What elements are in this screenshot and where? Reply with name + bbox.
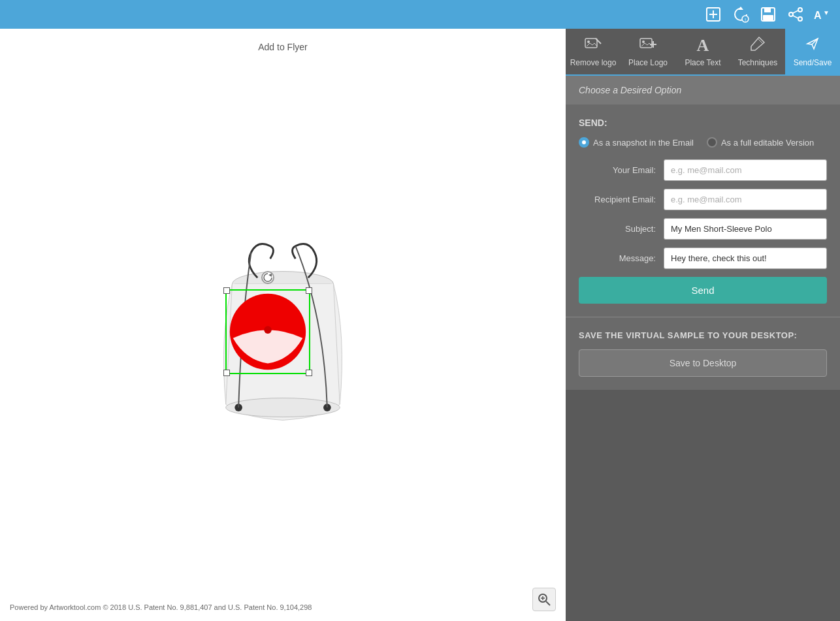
canvas-content — [185, 29, 381, 621]
recipient-email-input[interactable] — [664, 189, 827, 210]
choose-option-header: Choose a Desired Option — [566, 76, 840, 104]
place-text-icon: A — [697, 36, 709, 56]
send-radio-group: As a snapshot in the Email As a full edi… — [579, 137, 827, 148]
main-layout: Add to Flyer — [0, 29, 840, 621]
toolbar: Remove logo Place Logo A Place Text — [566, 29, 840, 76]
tab-remove-logo[interactable]: Remove logo — [566, 29, 621, 74]
footer-text: Powered by Artworktool.com © 2018 U.S. P… — [10, 603, 312, 611]
options-icon[interactable]: A ▼ — [813, 4, 833, 25]
tab-place-text-label: Place Text — [685, 58, 720, 67]
send-label: SEND: — [579, 118, 827, 128]
bag-container — [185, 221, 381, 430]
radio-editable-btn[interactable] — [707, 137, 717, 148]
svg-line-28 — [546, 601, 550, 605]
save-icon[interactable] — [758, 4, 779, 25]
tab-send-save-label: Send/Save — [794, 58, 832, 67]
rotate-handle[interactable] — [261, 271, 274, 284]
zoom-button[interactable] — [532, 588, 556, 611]
message-row: Message: — [579, 247, 827, 269]
svg-line-12 — [793, 10, 798, 13]
svg-rect-8 — [763, 15, 773, 20]
svg-point-32 — [587, 40, 590, 43]
svg-line-33 — [596, 39, 601, 44]
place-logo-icon — [639, 36, 657, 56]
corner-tr-handle[interactable] — [306, 287, 312, 294]
your-email-label: Your Email: — [579, 165, 664, 175]
refresh-icon[interactable]: ! — [730, 4, 751, 25]
radio-snapshot-btn[interactable] — [579, 137, 589, 148]
tab-place-logo-label: Place Logo — [628, 58, 668, 67]
svg-text:!: ! — [745, 17, 746, 23]
svg-point-26 — [264, 326, 272, 334]
tab-place-text[interactable]: A Place Text — [675, 29, 730, 74]
techniques-icon — [750, 36, 766, 56]
corner-br-handle[interactable] — [306, 370, 312, 376]
remove-logo-icon — [584, 36, 602, 56]
message-label: Message: — [579, 253, 664, 263]
share-icon[interactable] — [785, 4, 806, 25]
tab-remove-logo-label: Remove logo — [570, 58, 617, 67]
svg-point-35 — [642, 40, 645, 43]
message-input[interactable] — [664, 247, 827, 269]
tab-techniques-label: Techniques — [738, 58, 778, 67]
your-email-row: Your Email: — [579, 159, 827, 181]
svg-point-9 — [798, 8, 802, 12]
corner-tl-handle[interactable] — [223, 287, 230, 294]
send-save-icon — [805, 36, 820, 56]
right-panel: Remove logo Place Logo A Place Text — [566, 29, 840, 621]
your-email-input[interactable] — [664, 159, 827, 181]
subject-label: Subject: — [579, 224, 664, 234]
save-section: SAVE THE VIRTUAL SAMPLE TO YOUR DESKTOP:… — [566, 317, 840, 390]
top-bar: ! A ▼ — [0, 0, 840, 29]
recipient-email-row: Recipient Email: — [579, 189, 827, 210]
svg-point-11 — [798, 17, 802, 21]
svg-line-38 — [758, 39, 763, 44]
svg-point-20 — [226, 398, 340, 417]
svg-point-10 — [789, 12, 793, 16]
svg-text:A: A — [814, 10, 822, 21]
corner-bl-handle[interactable] — [223, 370, 230, 376]
choose-option-text: Choose a Desired Option — [579, 85, 681, 95]
save-label: SAVE THE VIRTUAL SAMPLE TO YOUR DESKTOP: — [579, 330, 827, 340]
svg-line-13 — [793, 16, 798, 18]
radio-snapshot[interactable]: As a snapshot in the Email — [579, 137, 694, 148]
radio-snapshot-label: As a snapshot in the Email — [593, 138, 694, 148]
recipient-email-label: Recipient Email: — [579, 195, 664, 204]
tab-send-save[interactable]: Send/Save — [785, 29, 840, 74]
svg-rect-7 — [764, 8, 771, 12]
canvas-area: Add to Flyer — [0, 29, 566, 621]
send-section: SEND: As a snapshot in the Email As a fu… — [566, 104, 840, 317]
send-button[interactable]: Send — [579, 277, 827, 304]
svg-text:▼: ▼ — [823, 9, 830, 16]
svg-marker-24 — [268, 274, 272, 277]
tab-techniques[interactable]: Techniques — [730, 29, 785, 74]
tab-place-logo[interactable]: Place Logo — [621, 29, 675, 74]
radio-editable-label: As a full editable Version — [721, 138, 814, 148]
add-icon[interactable] — [703, 4, 724, 25]
radio-editable[interactable]: As a full editable Version — [707, 137, 814, 148]
subject-input[interactable] — [664, 218, 827, 240]
logo-overlay[interactable] — [225, 289, 310, 374]
subject-row: Subject: — [579, 218, 827, 240]
save-desktop-button[interactable]: Save to Desktop — [579, 349, 827, 377]
